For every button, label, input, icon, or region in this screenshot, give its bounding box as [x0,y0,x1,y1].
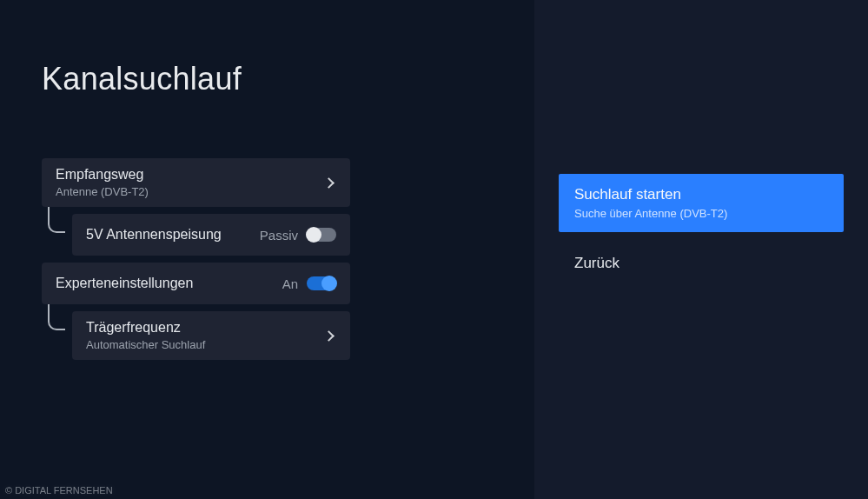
toggle-state-label: Passiv [260,228,298,243]
setting-antenna-power[interactable]: 5V Antennenspeisung Passiv [72,214,350,256]
setting-reception-path[interactable]: Empfangsweg Antenne (DVB-T2) [42,158,350,207]
action-label: Zurück [574,255,620,271]
chevron-right-icon [323,330,335,342]
start-scan-button[interactable]: Suchlauf starten Suche über Antenne (DVB… [559,174,844,232]
antenna-power-toggle[interactable] [307,228,336,242]
actions-panel: Suchlauf starten Suche über Antenne (DVB… [534,0,868,499]
watermark: © DIGITAL FERNSEHEN [5,485,113,496]
expert-toggle[interactable] [307,276,336,290]
chevron-right-icon [323,177,335,189]
setting-value: Antenne (DVB-T2) [56,185,149,198]
page-title: Kanalsuchlauf [42,61,493,97]
setting-label: Trägerfrequenz [86,320,205,336]
settings-list: Empfangsweg Antenne (DVB-T2) 5V Antennen… [42,158,350,360]
tree-connector-icon [48,304,65,330]
tree-connector-icon [48,207,65,233]
action-label: Suchlauf starten [574,186,828,203]
toggle-knob-icon [306,227,321,243]
setting-expert[interactable]: Experteneinstellungen An [42,263,350,304]
toggle-knob-icon [321,276,337,291]
setting-label: Experteneinstellungen [56,276,193,291]
back-button[interactable]: Zurück [559,239,844,288]
setting-carrier-frequency[interactable]: Trägerfrequenz Automatischer Suchlauf [72,311,350,360]
setting-label: 5V Antennenspeisung [86,227,222,243]
setting-label: Empfangsweg [56,167,149,183]
setting-value: Automatischer Suchlauf [86,338,205,351]
action-sublabel: Suche über Antenne (DVB-T2) [574,207,828,220]
toggle-state-label: An [282,276,298,291]
